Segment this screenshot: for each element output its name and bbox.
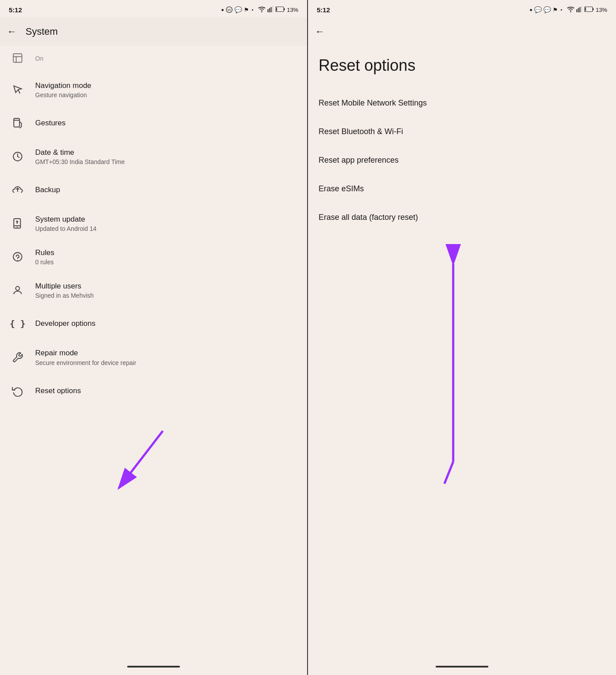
- backup-icon: [9, 181, 26, 199]
- whatsapp-icon: W: [226, 6, 233, 13]
- svg-rect-28: [581, 6, 582, 12]
- date-time-subtitle: GMT+05:30 India Standard Time: [35, 158, 298, 165]
- multiple-users-icon: [9, 281, 26, 299]
- dot-icon-r: •: [561, 7, 562, 12]
- svg-rect-9: [276, 7, 277, 11]
- date-time-icon: [9, 148, 26, 165]
- settings-item-developer-options[interactable]: { } Developer options: [0, 307, 307, 340]
- reset-app-preferences-item[interactable]: Reset app preferences: [319, 146, 605, 175]
- svg-rect-13: [14, 118, 19, 127]
- svg-point-18: [17, 226, 18, 227]
- left-panel: 5:12 ● W 💬 ⚑ • 13%: [0, 0, 308, 675]
- navigation-mode-title: Navigation mode: [35, 81, 298, 91]
- settings-item-rules[interactable]: Rules 0 rules: [0, 240, 307, 274]
- svg-rect-10: [13, 54, 22, 62]
- gestures-title: Gestures: [35, 118, 298, 128]
- notification-dot-icon: ●: [221, 7, 224, 12]
- settings-item-system-update[interactable]: System update Updated to Android 14: [0, 207, 307, 240]
- date-time-text: Date & time GMT+05:30 India Standard Tim…: [35, 148, 298, 165]
- settings-item-gestures[interactable]: Gestures: [0, 106, 307, 140]
- wifi-icon-r: [567, 6, 575, 14]
- status-bar-left: 5:12 ● W 💬 ⚑ • 13%: [0, 0, 307, 18]
- partial-icon: [9, 49, 26, 67]
- settings-list: Navigation mode Gesture navigation Gestu…: [0, 73, 307, 662]
- gestures-text: Gestures: [35, 118, 298, 128]
- back-button-left[interactable]: ←: [7, 26, 17, 37]
- reset-options-list: Reset options Reset Mobile Network Setti…: [308, 46, 616, 662]
- top-bar-right: ←: [308, 18, 616, 46]
- alert-icon: ⚑: [244, 7, 249, 13]
- gestures-icon: [9, 114, 26, 132]
- svg-rect-31: [585, 7, 586, 11]
- reset-options-page-title: Reset options: [319, 46, 605, 89]
- svg-point-2: [261, 11, 262, 12]
- bottom-bar-right: [308, 662, 616, 675]
- whatsapp-icon-r: 💬: [534, 6, 542, 13]
- system-update-title: System update: [35, 215, 298, 224]
- alert-icon-r: ⚑: [553, 7, 558, 13]
- settings-item-backup[interactable]: Backup: [0, 173, 307, 207]
- svg-rect-4: [269, 8, 270, 12]
- system-update-subtitle: Updated to Android 14: [35, 225, 298, 232]
- erase-all-data-item[interactable]: Erase all data (factory reset): [319, 203, 605, 232]
- rules-text: Rules 0 rules: [35, 248, 298, 266]
- rules-title: Rules: [35, 248, 298, 258]
- reset-bluetooth-wifi-item[interactable]: Reset Bluetooth & Wi-Fi: [319, 117, 605, 146]
- developer-options-title: Developer options: [35, 319, 298, 328]
- navigation-mode-icon: [9, 81, 26, 99]
- svg-rect-30: [593, 8, 594, 10]
- multiple-users-title: Multiple users: [35, 281, 298, 291]
- svg-rect-3: [268, 9, 268, 12]
- repair-mode-title: Repair mode: [35, 348, 298, 358]
- status-icons-right: ● 💬 💬 ⚑ • 13%: [529, 6, 607, 14]
- rules-subtitle: 0 rules: [35, 259, 298, 266]
- rules-icon: [9, 248, 26, 266]
- settings-item-navigation-mode[interactable]: Navigation mode Gesture navigation: [0, 73, 307, 106]
- home-indicator-left: [127, 666, 180, 668]
- msg-icon: 💬: [235, 6, 242, 13]
- navigation-mode-text: Navigation mode Gesture navigation: [35, 81, 298, 99]
- erase-esims-item[interactable]: Erase eSIMs: [319, 175, 605, 203]
- svg-rect-8: [284, 8, 285, 10]
- system-update-text: System update Updated to Android 14: [35, 215, 298, 232]
- settings-item-reset-options[interactable]: Reset options: [0, 374, 307, 408]
- system-update-icon: [9, 215, 26, 232]
- reset-options-title: Reset options: [35, 386, 298, 396]
- msg-icon-r: 💬: [543, 6, 551, 13]
- status-icons-left: ● W 💬 ⚑ • 13%: [221, 6, 298, 14]
- repair-mode-text: Repair mode Secure environment for devic…: [35, 348, 298, 366]
- repair-mode-icon: [9, 349, 26, 366]
- right-panel: 5:12 ● 💬 💬 ⚑ • 13% ←: [308, 0, 616, 675]
- top-bar-left: ← System: [0, 18, 307, 46]
- battery-icon-r: [584, 6, 594, 14]
- status-bar-right: 5:12 ● 💬 💬 ⚑ • 13%: [308, 0, 616, 18]
- battery-icon: [275, 6, 285, 14]
- settings-item-date-time[interactable]: Date & time GMT+05:30 India Standard Tim…: [0, 140, 307, 173]
- svg-rect-5: [271, 7, 271, 12]
- settings-item-repair-mode[interactable]: Repair mode Secure environment for devic…: [0, 340, 307, 374]
- status-time-left: 5:12: [9, 6, 22, 14]
- page-title-left: System: [26, 26, 58, 37]
- signal-icon: [268, 6, 274, 14]
- home-indicator-right: [436, 666, 488, 668]
- multiple-users-subtitle: Signed in as Mehvish: [35, 292, 298, 299]
- svg-point-20: [17, 260, 18, 261]
- settings-item-multiple-users[interactable]: Multiple users Signed in as Mehvish: [0, 274, 307, 307]
- backup-title: Backup: [35, 185, 298, 195]
- reset-options-text: Reset options: [35, 386, 298, 396]
- back-button-right[interactable]: ←: [315, 26, 325, 37]
- svg-text:W: W: [227, 8, 231, 12]
- notification-dot-icon-r: ●: [529, 7, 532, 12]
- reset-mobile-network-item[interactable]: Reset Mobile Network Settings: [319, 89, 605, 117]
- dot-icon: •: [252, 7, 253, 12]
- backup-text: Backup: [35, 185, 298, 195]
- battery-percent-left: 13%: [287, 7, 298, 13]
- battery-percent-right: 13%: [596, 7, 607, 13]
- reset-options-icon: [9, 382, 26, 400]
- repair-mode-subtitle: Secure environment for device repair: [35, 359, 298, 366]
- signal-icon-r: [576, 6, 583, 14]
- partial-subtitle: On: [35, 55, 298, 62]
- date-time-title: Date & time: [35, 148, 298, 157]
- wifi-icon: [258, 6, 266, 14]
- svg-rect-25: [576, 9, 577, 12]
